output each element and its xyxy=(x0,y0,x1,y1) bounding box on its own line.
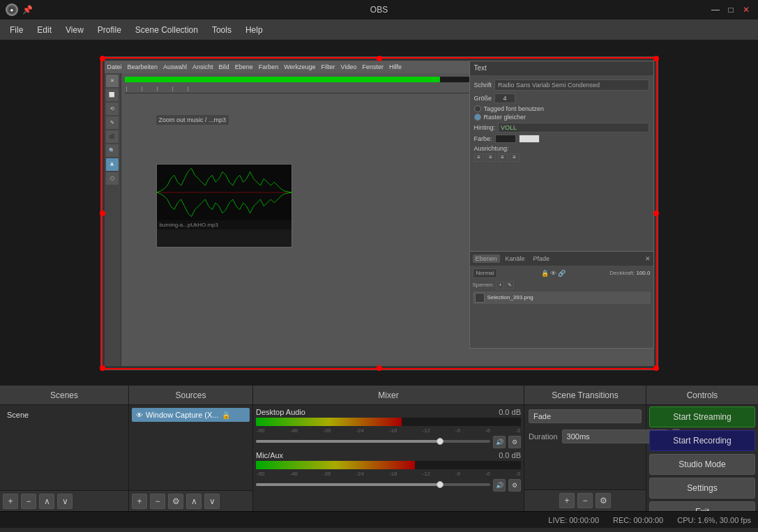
menu-tools[interactable]: Tools xyxy=(205,22,238,38)
transition-settings-button[interactable]: ⚙ xyxy=(596,493,611,508)
mic-volume-slider-container xyxy=(256,483,490,488)
desktop-volume-slider[interactable] xyxy=(256,440,490,443)
waveform-svg xyxy=(157,165,291,220)
titlebar-controls: — □ ✕ xyxy=(709,3,752,16)
transitions-content: Fade Duration ▲ xyxy=(524,405,646,489)
right-panel-title-label: Text xyxy=(474,64,487,72)
layers-mode: Normal xyxy=(473,268,498,278)
gimp-menu-filter: Filter xyxy=(321,63,335,70)
close-button[interactable]: ✕ xyxy=(740,3,752,16)
size-row: Größe 4 xyxy=(474,93,649,103)
menu-scene-collection[interactable]: Scene Collection xyxy=(128,22,205,38)
desktop-audio-db: 0.0 dB xyxy=(499,408,521,416)
move-scene-down-button[interactable]: ∨ xyxy=(57,494,73,509)
app-title: OBS xyxy=(370,5,388,15)
mic-aux-meter-fill xyxy=(256,461,415,469)
preview-area: Datei Bearbeiten Auswahl Ansicht Bild Eb… xyxy=(0,40,758,386)
remove-scene-button[interactable]: − xyxy=(21,494,36,509)
layers-tabs: Ebenen Kanäle Pfade xyxy=(473,254,553,263)
menu-view[interactable]: View xyxy=(59,22,91,38)
handle-mr xyxy=(653,211,659,216)
titlebar-left: ● 📌 xyxy=(6,3,33,16)
source-settings-button[interactable]: ⚙ xyxy=(168,494,183,509)
menu-file[interactable]: File xyxy=(3,22,30,38)
farbe-row: Farbe: xyxy=(474,135,649,143)
scene-item-0[interactable]: Scene xyxy=(3,408,126,422)
mic-aux-label: Mic/Aux xyxy=(256,451,283,459)
studio-mode-button[interactable]: Studio Mode xyxy=(649,454,755,475)
remove-source-button[interactable]: − xyxy=(150,494,165,509)
menubar: File Edit View Profile Scene Collection … xyxy=(0,20,758,40)
source-eye-icon: 👁 xyxy=(136,411,143,419)
start-recording-button[interactable]: Start Recording xyxy=(649,430,755,451)
controls-content: Start Streaming Start Recording Studio M… xyxy=(646,405,758,524)
ausrichtung-label: Ausrichtung: xyxy=(474,145,509,152)
gimp-menu-bild: Bild xyxy=(219,63,229,70)
bottom-section: Scenes Scene + − ∧ ∨ Sources 👁 Window Ca… xyxy=(0,386,758,532)
gimp-tool-2: ⬜ xyxy=(106,89,119,101)
handle-bl xyxy=(100,365,105,371)
rec-label: REC: 00:00:00 xyxy=(613,516,663,524)
layers-close[interactable]: ✕ xyxy=(645,255,651,262)
layers-panel: Ebenen Kanäle Pfade ✕ Normal 🔒 👁 🔗 xyxy=(469,251,654,349)
handle-bc xyxy=(377,365,382,371)
pfade-tab: Pfade xyxy=(531,254,553,263)
desktop-settings-button[interactable]: ⚙ xyxy=(508,436,521,448)
radio-hinting xyxy=(474,114,481,121)
desktop-audio-label: Desktop Audio xyxy=(256,408,305,416)
hinting-select-row: Hinting: VOLL xyxy=(474,123,649,132)
gimp-menu-auswahl: Auswahl xyxy=(163,63,187,70)
titlebar: ● 📌 OBS — □ ✕ xyxy=(0,0,758,20)
desktop-vol-fill xyxy=(256,440,444,443)
desktop-audio-meter-fill xyxy=(256,418,402,426)
preview-canvas: Datei Bearbeiten Auswahl Ansicht Bild Eb… xyxy=(100,56,658,370)
start-streaming-button[interactable]: Start Streaming xyxy=(649,406,755,427)
mic-aux-row: Mic/Aux 0.0 dB xyxy=(256,451,521,459)
layers-toolbar: Normal 🔒 👁 🔗 Deckkraft: 100.0 xyxy=(473,268,651,278)
statusbar: LIVE: 00:00:00 REC: 00:00:00 CPU: 1.6%, … xyxy=(0,511,758,528)
gimp-tool-active: A xyxy=(106,158,119,171)
live-status: LIVE: 00:00:00 xyxy=(548,516,599,524)
add-scene-button[interactable]: + xyxy=(3,494,18,509)
desktop-mute-button[interactable]: 🔊 xyxy=(493,436,506,448)
settings-button[interactable]: Settings xyxy=(649,478,755,499)
sperren-row: Sperren: + ✎ xyxy=(473,281,651,289)
mic-aux-db: 0.0 dB xyxy=(499,451,521,459)
minimize-button[interactable]: — xyxy=(709,3,722,16)
progress-bar-fill xyxy=(125,77,440,82)
maximize-button[interactable]: □ xyxy=(725,3,737,16)
menu-edit[interactable]: Edit xyxy=(30,22,59,38)
layer-thumb xyxy=(475,293,485,303)
gimp-menu-ebene: Ebene xyxy=(235,63,253,70)
remove-transition-button[interactable]: − xyxy=(577,493,593,508)
menu-help[interactable]: Help xyxy=(238,22,270,38)
mic-mute-button[interactable]: 🔊 xyxy=(493,479,506,492)
gimp-tool-5: ⬛ xyxy=(106,130,119,143)
mic-vol-fill xyxy=(256,483,444,486)
move-source-up-button[interactable]: ∧ xyxy=(186,494,202,509)
source-name-0: Window Capture (X... xyxy=(146,411,219,419)
mic-aux-controls: 🔊 ⚙ xyxy=(256,479,521,492)
gimp-menu-bearbeiten: Bearbeiten xyxy=(128,63,158,70)
transitions-toolbar: + − ⚙ xyxy=(524,489,646,511)
mixer-channel-desktop: Desktop Audio 0.0 dB -60-48-36-24-18-12-… xyxy=(256,408,521,448)
menu-profile[interactable]: Profile xyxy=(91,22,128,38)
mode-label: Normal xyxy=(473,268,498,278)
font-row: Schrift Radio Sans Variab Semi Condensed xyxy=(474,79,649,91)
audio-waveform xyxy=(157,165,291,220)
add-source-button[interactable]: + xyxy=(132,494,147,509)
transition-type-select[interactable]: Fade xyxy=(529,409,642,423)
sperren-label: Sperren: xyxy=(473,282,494,288)
gimp-menu-ansicht: Ansicht xyxy=(192,63,213,70)
gimp-tool-1: ✕ xyxy=(106,75,119,87)
mic-settings-button[interactable]: ⚙ xyxy=(508,479,521,492)
desktop-vol-thumb xyxy=(437,438,444,445)
mic-volume-slider[interactable] xyxy=(256,483,490,486)
add-transition-button[interactable]: + xyxy=(559,493,575,508)
move-scene-up-button[interactable]: ∧ xyxy=(39,494,54,509)
source-item-0[interactable]: 👁 Window Capture (X... 🔒 xyxy=(132,408,250,422)
gimp-tool-6: 🔍 xyxy=(106,144,119,157)
move-source-down-button[interactable]: ∨ xyxy=(204,494,220,509)
eye-icon: 👁 xyxy=(550,270,556,277)
chain-icon: 🔗 xyxy=(558,270,566,277)
